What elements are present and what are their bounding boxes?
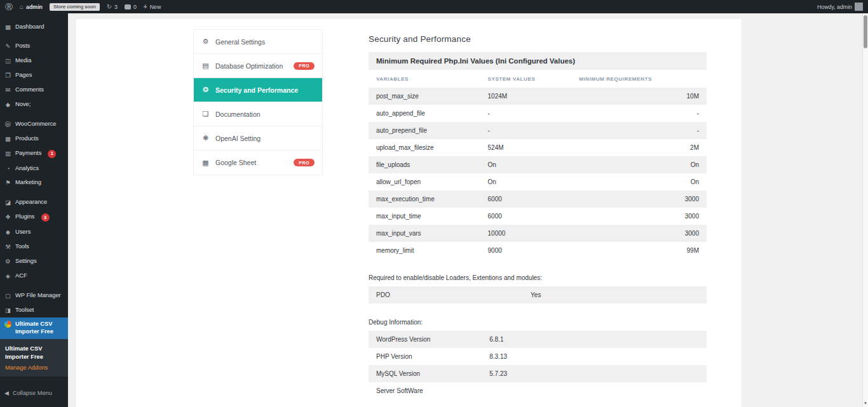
settings-tab-label: OpenAI Setting — [215, 135, 261, 142]
sidebar-item-posts[interactable]: ✎Posts — [0, 39, 68, 54]
table-cell: 6.8.1 — [482, 331, 707, 348]
table-row: memory_limit900099M — [369, 242, 707, 259]
page-scrollbar[interactable]: ▼ — [862, 13, 868, 407]
table-cell: - — [480, 105, 572, 122]
collapse-menu-button[interactable]: ◀ Collapse Menu — [0, 387, 68, 399]
table-cell — [482, 382, 707, 399]
sidebar-item-tools[interactable]: ⚒Tools — [0, 240, 68, 255]
table-cell: 10M — [571, 88, 707, 105]
sidebar-item-products[interactable]: ▩Products — [0, 131, 68, 146]
settings-tab-google-sheet[interactable]: ▦Google SheetPRO — [194, 150, 322, 175]
acf-icon: ◈ — [4, 272, 11, 280]
sidebar-item-label: Marketing — [15, 179, 41, 187]
table-cell: auto_append_file — [369, 105, 480, 122]
comments-count: 0 — [133, 4, 137, 10]
table-cell: PHP Version — [369, 348, 482, 365]
settings-tab-openai-setting[interactable]: ❋OpenAI Setting — [194, 126, 322, 150]
settings-tab-documentation[interactable]: ❏Documentation — [194, 102, 322, 126]
sidebar-item-label: Ultimate CSV Importer Free — [15, 321, 64, 335]
debug-section-label: Debug Information: — [369, 319, 707, 326]
settings-tab-database-optimization[interactable]: ▤Database OptimizationPRO — [194, 54, 322, 78]
sidebar-item-label: Appearance — [15, 199, 47, 206]
table-header-row: VARIABLESSYSTEM VALUESMINIMUM REQUIREMEN… — [369, 70, 707, 88]
settings-tab-label: Documentation — [215, 110, 261, 118]
table-cell: 99M — [571, 242, 707, 259]
table-cell: - — [480, 122, 572, 139]
count-badge: 3 — [41, 213, 50, 222]
table-cell: 6000 — [480, 208, 572, 225]
table-cell: On — [571, 173, 707, 190]
sidebar-item-nove[interactable]: ◆Nove; — [0, 97, 68, 112]
sidebar-item-toolset[interactable]: ◨Toolset — [0, 303, 68, 317]
table-cell: allow_url_fopen — [369, 173, 480, 190]
loaders-table: PDOYes — [369, 286, 707, 304]
scrollbar-down-arrow-icon[interactable]: ▼ — [863, 399, 868, 406]
settings-tab-general-settings[interactable]: ⚙General Settings — [194, 30, 322, 54]
sidebar-item-wp-file-manager[interactable]: ▢WP File Manager — [0, 288, 68, 303]
sidebar-item-label: WooCommerce — [15, 121, 56, 128]
loaders-section-label: Required to enable/disable Loaders, Exte… — [369, 274, 707, 281]
sidebar-item-acf[interactable]: ◈ACF — [0, 269, 68, 283]
sidebar-item-dashboard[interactable]: ▦Dashboard — [0, 20, 68, 34]
wordpress-menu[interactable]: Ⓡ — [5, 3, 13, 11]
settings-icon: ⚙ — [4, 258, 11, 265]
comments-menu[interactable]: 0 — [125, 4, 137, 10]
table-cell: post_max_size — [369, 88, 480, 105]
posts-icon: ✎ — [4, 43, 11, 50]
sidebar-item-marketing[interactable]: ⚑Marketing — [0, 176, 68, 190]
sidebar-item-payments[interactable]: ▥Payments1 — [0, 146, 68, 161]
table-cell: 6000 — [480, 190, 572, 208]
settings-tab-label: Google Sheet — [215, 159, 256, 166]
table-cell: max_execution_time — [369, 190, 480, 208]
sidebar-item-analytics[interactable]: ◔Analytics — [0, 161, 68, 176]
column-header: VARIABLES — [369, 70, 480, 88]
sidebar-item-label: Posts — [15, 43, 30, 50]
woocommerce-icon: Ⓦ — [4, 121, 11, 128]
sidebar-item-label: Products — [15, 135, 39, 143]
sidebar-item-comments[interactable]: ✉Comments — [0, 83, 68, 98]
sidebar-item-appearance[interactable]: ◪Appearance — [0, 196, 68, 210]
sheet-icon: ▦ — [201, 159, 210, 167]
sidebar-item-media[interactable]: ◫Media — [0, 54, 68, 69]
submenu-item-ultimate-csv-importer-free[interactable]: Ultimate CSV Importer Free — [0, 342, 68, 362]
table-cell: 3000 — [571, 225, 707, 242]
sidebar-item-label: Media — [15, 57, 31, 65]
sidebar-item-label: Comments — [15, 86, 44, 94]
sidebar-item-label: Settings — [15, 258, 37, 265]
table-cell: On — [571, 156, 707, 173]
sidebar-item-label: Tools — [15, 243, 29, 251]
admin-bar: Ⓡ ⌂ admin Store coming soon ↻ 3 0 + New … — [0, 0, 868, 13]
sidebar-item-pages[interactable]: ❐Pages — [0, 69, 68, 83]
sidebar-item-ultimate-csv-importer-free[interactable]: Ultimate CSV Importer Free — [0, 317, 68, 339]
new-content-menu[interactable]: + New — [144, 4, 161, 10]
table-cell: 1024M — [480, 88, 572, 105]
table-cell: Yes — [523, 286, 707, 304]
store-status-badge[interactable]: Store coming soon — [50, 3, 100, 11]
site-menu[interactable]: ⌂ admin — [20, 4, 43, 10]
ini-values-table: VARIABLESSYSTEM VALUESMINIMUM REQUIREMEN… — [369, 70, 707, 259]
pro-badge: PRO — [294, 159, 315, 166]
security-performance-content: Security and Performance Minimum Require… — [369, 19, 707, 399]
sidebar-item-label: Analytics — [15, 165, 39, 173]
table-cell: Server SoftWare — [369, 382, 482, 399]
csv-importer-icon — [4, 321, 11, 328]
scrollbar-thumb[interactable] — [864, 15, 867, 48]
marketing-icon: ⚑ — [4, 179, 11, 187]
table-row: allow_url_fopenOnOn — [369, 173, 707, 190]
debug-info-table: WordPress Version6.8.1PHP Version8.3.13M… — [369, 331, 707, 399]
sidebar-item-label: Payments — [15, 150, 41, 157]
updates-menu[interactable]: ↻ 3 — [107, 4, 118, 10]
openai-icon: ❋ — [201, 134, 210, 142]
sidebar-item-woocommerce[interactable]: ⓌWooCommerce — [0, 117, 68, 131]
settings-tab-security-and-performance[interactable]: ❂Security and Performance — [194, 78, 322, 102]
submenu-item-manage-addons[interactable]: Manage Addons — [0, 362, 68, 371]
account-menu[interactable]: Howdy, admin — [817, 3, 863, 11]
table-cell: upload_max_filesize — [369, 139, 480, 156]
pro-badge: PRO — [294, 62, 315, 70]
sidebar-item-settings[interactable]: ⚙Settings — [0, 254, 68, 269]
table-row: auto_append_file-- — [369, 105, 707, 122]
sidebar-item-users[interactable]: ☻Users — [0, 225, 68, 240]
sidebar-item-plugins[interactable]: ❖Plugins3 — [0, 210, 68, 225]
table-cell: 2M — [571, 139, 707, 156]
howdy-text: Howdy, admin — [817, 4, 852, 10]
